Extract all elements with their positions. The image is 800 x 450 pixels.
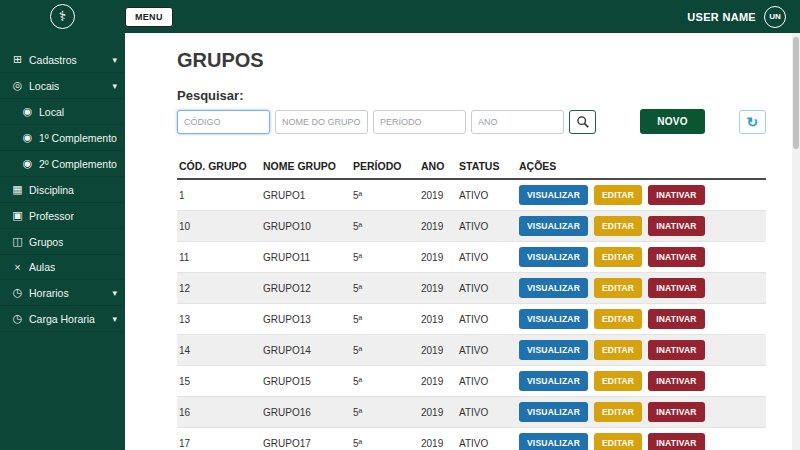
table-header: CÓD. GRUPO NOME GRUPO PERÍODO ANO STATUS… [177,154,766,180]
sidebar-item-cadastros[interactable]: ⊞ Cadastros ▾ [0,47,125,73]
cell-nome-grupo: GRUPO17 [261,438,351,449]
inativar-button[interactable]: INATIVAR [648,371,704,391]
teacher-icon: ▣ [10,209,25,222]
header-nome-grupo: NOME GRUPO [261,160,351,172]
cell-status: ATIVO [457,345,517,356]
scrollbar-thumb[interactable] [793,37,799,149]
cell-nome-grupo: GRUPO10 [261,221,351,232]
cell-cod-grupo: 14 [177,345,261,356]
sidebar-item-2-complemento[interactable]: ◉ 2º Complemento [0,151,125,177]
cell-periodo: 5ª [351,221,419,232]
refresh-button[interactable]: ↻ [739,110,766,134]
cell-actions: VISUALIZAR EDITAR INATIVAR [517,433,766,450]
visualizar-button[interactable]: VISUALIZAR [519,340,588,360]
inativar-button[interactable]: INATIVAR [648,340,704,360]
editar-button[interactable]: EDITAR [594,185,642,205]
cell-cod-grupo: 1 [177,190,261,201]
page-title: GRUPOS [177,49,766,72]
visualizar-button[interactable]: VISUALIZAR [519,309,588,329]
inativar-button[interactable]: INATIVAR [648,309,704,329]
cell-nome-grupo: GRUPO16 [261,407,351,418]
editar-button[interactable]: EDITAR [594,216,642,236]
inativar-button[interactable]: INATIVAR [648,247,704,267]
visualizar-button[interactable]: VISUALIZAR [519,371,588,391]
table-row: 12 GRUPO12 5ª 2019 ATIVO VISUALIZAR EDIT… [177,273,766,304]
nome-grupo-input[interactable] [275,110,368,134]
codigo-input[interactable] [177,110,270,134]
header-periodo: PERÍODO [351,160,419,172]
sidebar-item-locais[interactable]: ◎ Locais ▾ [0,73,125,99]
inativar-button[interactable]: INATIVAR [648,216,704,236]
table-row: 16 GRUPO16 5ª 2019 ATIVO VISUALIZAR EDIT… [177,397,766,428]
sidebar-item-grupos[interactable]: ◫ Grupos [0,229,125,255]
sidebar-item-aulas[interactable]: × Aulas [0,255,125,280]
cell-periodo: 5ª [351,190,419,201]
building-icon: ▦ [10,183,25,196]
cell-periodo: 5ª [351,283,419,294]
editar-button[interactable]: EDITAR [594,371,642,391]
header-cod-grupo: CÓD. GRUPO [177,160,261,172]
visualizar-button[interactable]: VISUALIZAR [519,216,588,236]
cell-nome-grupo: GRUPO12 [261,283,351,294]
clock-icon: ◷ [10,312,25,325]
cell-actions: VISUALIZAR EDITAR INATIVAR [517,402,766,422]
sidebar-item-label: Disciplina [29,184,74,196]
sidebar-item-disciplina[interactable]: ▦ Disciplina [0,177,125,203]
editar-button[interactable]: EDITAR [594,247,642,267]
novo-button[interactable]: NOVO [640,109,705,134]
visualizar-button[interactable]: VISUALIZAR [519,402,588,422]
sidebar-item-label: 1º Complemento [39,132,117,144]
editar-button[interactable]: EDITAR [594,340,642,360]
cell-ano: 2019 [419,438,457,449]
sidebar-item-professor[interactable]: ▣ Professor [0,203,125,229]
sidebar-item-carga-horaria[interactable]: ◷ Carga Horaria ▾ [0,306,125,332]
table-body: 1 GRUPO1 5ª 2019 ATIVO VISUALIZAR EDITAR… [177,180,766,450]
visualizar-button[interactable]: VISUALIZAR [519,185,588,205]
editar-button[interactable]: EDITAR [594,278,642,298]
cell-ano: 2019 [419,190,457,201]
menu-button[interactable]: MENU [125,7,173,27]
inativar-button[interactable]: INATIVAR [648,433,704,450]
ano-input[interactable] [471,110,564,134]
sidebar-item-label: Grupos [29,236,63,248]
broadcast-icon: ◎ [10,79,25,92]
periodo-input[interactable] [373,110,466,134]
editar-button[interactable]: EDITAR [594,309,642,329]
table-row: 13 GRUPO13 5ª 2019 ATIVO VISUALIZAR EDIT… [177,304,766,335]
cell-cod-grupo: 10 [177,221,261,232]
sidebar-item-label: Locais [29,80,59,92]
inativar-button[interactable]: INATIVAR [648,278,704,298]
sidebar-item-local[interactable]: ◉ Local [0,99,125,125]
table-row: 1 GRUPO1 5ª 2019 ATIVO VISUALIZAR EDITAR… [177,180,766,211]
cell-periodo: 5ª [351,252,419,263]
sidebar-item-label: Horarios [29,287,69,299]
cell-nome-grupo: GRUPO11 [261,252,351,263]
cell-periodo: 5ª [351,407,419,418]
caret-down-icon: ▾ [112,314,117,324]
caret-down-icon: ▾ [112,81,117,91]
vertical-scrollbar[interactable] [792,33,800,450]
sidebar-item-label: Local [39,106,64,118]
cell-actions: VISUALIZAR EDITAR INATIVAR [517,371,766,391]
cell-status: ATIVO [457,407,517,418]
cell-nome-grupo: GRUPO14 [261,345,351,356]
header-ano: ANO [419,160,457,172]
editar-button[interactable]: EDITAR [594,433,642,450]
visualizar-button[interactable]: VISUALIZAR [519,433,588,450]
caduceus-logo-icon: ⚕ [50,4,75,29]
sidebar-item-1-complemento[interactable]: ◉ 1º Complemento [0,125,125,151]
table-row: 11 GRUPO11 5ª 2019 ATIVO VISUALIZAR EDIT… [177,242,766,273]
visualizar-button[interactable]: VISUALIZAR [519,278,588,298]
inativar-button[interactable]: INATIVAR [648,402,704,422]
logo-area: ⚕ [0,4,125,29]
cell-cod-grupo: 15 [177,376,261,387]
cell-cod-grupo: 16 [177,407,261,418]
cell-actions: VISUALIZAR EDITAR INATIVAR [517,278,766,298]
sidebar-item-horarios[interactable]: ◷ Horarios ▾ [0,280,125,306]
inativar-button[interactable]: INATIVAR [648,185,704,205]
user-avatar[interactable]: UN [764,6,786,28]
editar-button[interactable]: EDITAR [594,402,642,422]
visualizar-button[interactable]: VISUALIZAR [519,247,588,267]
search-button[interactable] [569,110,596,134]
cell-ano: 2019 [419,252,457,263]
